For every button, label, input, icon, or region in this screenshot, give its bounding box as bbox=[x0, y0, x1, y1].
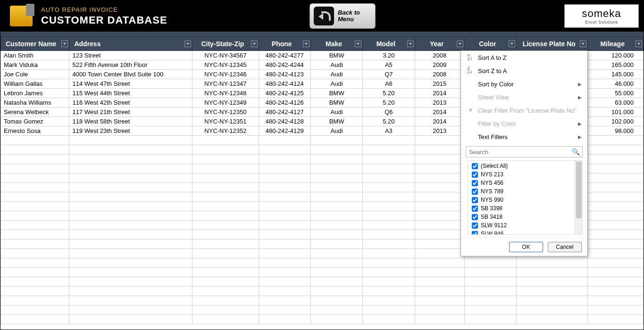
table-cell: 119 West 23th Street bbox=[69, 126, 192, 136]
col-header: City-State-Zip bbox=[192, 37, 259, 51]
table-cell: 5.20 bbox=[363, 89, 415, 98]
table-row-empty bbox=[1, 268, 644, 277]
filter-item-label: SB 3398 bbox=[481, 205, 502, 212]
table-cell: 102.000 bbox=[587, 117, 643, 126]
filter-checkbox[interactable] bbox=[472, 172, 478, 178]
column-filter-button[interactable] bbox=[457, 41, 463, 47]
brand-name: someka bbox=[582, 8, 621, 20]
column-filter-button[interactable] bbox=[184, 41, 191, 47]
table-cell: 114 West 47th Street bbox=[69, 79, 192, 89]
table-cell: NYC-NY-12349 bbox=[192, 98, 259, 107]
filter-ok-button[interactable]: OK bbox=[509, 242, 543, 252]
table-cell: 116 West 42th Street bbox=[69, 98, 192, 107]
table-cell: BMW bbox=[310, 89, 362, 98]
column-filter-button[interactable] bbox=[251, 41, 258, 47]
filter-checkbox-item[interactable]: NYS 213 bbox=[468, 170, 582, 179]
column-filter-button[interactable] bbox=[303, 41, 309, 47]
filter-item-label: NYS 789 bbox=[481, 188, 503, 195]
col-header: Model bbox=[363, 37, 415, 51]
table-cell: 480-242-4129 bbox=[259, 126, 310, 136]
sort-desc-icon: ZA↓ bbox=[466, 67, 474, 74]
col-header-label: Mileage bbox=[601, 40, 625, 48]
submenu-arrow-icon: ▶ bbox=[578, 95, 582, 100]
table-cell: Q7 bbox=[363, 70, 415, 79]
col-header: Year bbox=[415, 37, 464, 51]
table-cell: 120.000 bbox=[587, 51, 643, 60]
table-cell: NYC-NY-12351 bbox=[192, 117, 259, 126]
filter-checkbox[interactable] bbox=[472, 197, 478, 203]
table-cell: 46.000 bbox=[587, 79, 643, 89]
col-header-label: Phone bbox=[272, 40, 292, 48]
table-cell: 480-242-4127 bbox=[259, 107, 310, 117]
table-cell: Serena Welbeck bbox=[1, 107, 69, 117]
col-header: Phone bbox=[259, 37, 310, 51]
sort-z-to-a[interactable]: ZA↓ Sort Z to A bbox=[461, 64, 587, 77]
app-logo-icon bbox=[10, 6, 33, 26]
col-header: Customer Name bbox=[1, 37, 69, 51]
column-filter-button[interactable] bbox=[580, 41, 586, 47]
filter-checkbox-item[interactable]: NYS 456 bbox=[468, 179, 582, 187]
app-header: AUTO REPAIR INVOICE CUSTOMER DATABASE Ba… bbox=[0, 0, 644, 32]
col-header-label: Color bbox=[479, 40, 496, 48]
filter-checkbox-item[interactable]: SB 3418 bbox=[468, 213, 582, 221]
filter-checkbox-item[interactable]: NYS 990 bbox=[468, 196, 582, 204]
filter-checkbox[interactable] bbox=[472, 189, 478, 195]
search-icon: 🔍 bbox=[572, 148, 580, 156]
table-cell: A3 bbox=[363, 126, 415, 136]
sort-a-to-z[interactable]: AZ↓ Sort A to Z bbox=[461, 51, 587, 64]
table-row-empty bbox=[1, 258, 644, 268]
table-cell: 2013 bbox=[415, 98, 464, 107]
filter-checkbox-item[interactable]: SLW 9112 bbox=[468, 221, 582, 230]
sort-by-color[interactable]: Sort by Color ▶ bbox=[461, 77, 587, 91]
table-row-empty bbox=[1, 296, 644, 305]
col-header-label: License Plate No bbox=[523, 40, 576, 48]
column-filter-button[interactable] bbox=[407, 41, 414, 47]
table-cell: 5.20 bbox=[363, 117, 415, 126]
table-cell: 4000 Town Center Blvd Suite 100 bbox=[69, 70, 192, 79]
header-divider bbox=[0, 32, 644, 36]
table-cell: 2013 bbox=[415, 126, 464, 136]
table-cell: Q6 bbox=[363, 107, 415, 117]
col-header-label: Make bbox=[326, 40, 342, 48]
col-header: Make bbox=[310, 37, 362, 51]
filter-list-scrollbar[interactable] bbox=[575, 161, 582, 234]
table-cell: A5 bbox=[363, 60, 415, 70]
table-cell: 2009 bbox=[415, 60, 464, 70]
filter-item-label: SB 3418 bbox=[481, 214, 502, 220]
column-filter-button[interactable] bbox=[509, 41, 515, 47]
table-cell: 2015 bbox=[415, 79, 464, 89]
filter-checkbox-item[interactable]: NYS 789 bbox=[468, 187, 582, 196]
filter-checkbox-item[interactable]: (Select All) bbox=[468, 162, 582, 170]
table-cell: 480-242-4244 bbox=[259, 60, 310, 70]
filter-checkbox[interactable] bbox=[472, 223, 478, 229]
column-filter-button[interactable] bbox=[61, 41, 68, 47]
filter-checkbox[interactable] bbox=[472, 180, 478, 186]
filter-cancel-button[interactable]: Cancel bbox=[548, 242, 582, 252]
filter-checkbox[interactable] bbox=[472, 231, 478, 235]
filter-search-input[interactable] bbox=[466, 146, 583, 157]
sheet-view-label: Sheet View bbox=[478, 94, 509, 101]
header-title: CUSTOMER DATABASE bbox=[41, 14, 167, 26]
filter-checkbox[interactable] bbox=[472, 206, 478, 212]
filter-item-label: NYS 456 bbox=[481, 180, 503, 186]
table-cell: 480-242-4128 bbox=[259, 117, 310, 126]
back-to-menu-button[interactable]: Back to Menu bbox=[309, 3, 376, 29]
col-header: Mileage bbox=[587, 37, 643, 51]
filter-checkbox-item[interactable]: SB 3398 bbox=[468, 204, 582, 213]
filter-checkbox[interactable] bbox=[472, 214, 478, 220]
column-filter-button[interactable] bbox=[636, 41, 642, 47]
table-cell: 2014 bbox=[415, 89, 464, 98]
table-row-empty bbox=[1, 305, 644, 315]
filter-value-list: (Select All)NYS 213NYS 456NYS 789NYS 990… bbox=[468, 160, 583, 235]
table-cell: Ernesto Sosa bbox=[1, 126, 69, 136]
filter-checkbox[interactable] bbox=[472, 163, 478, 169]
table-cell: 55.000 bbox=[587, 89, 643, 98]
table-cell: NYC-NY-12345 bbox=[192, 60, 259, 70]
table-cell: NYC-NY-12346 bbox=[192, 70, 259, 79]
text-filters[interactable]: Text Filters ▶ bbox=[461, 130, 587, 143]
table-cell: 145.000 bbox=[587, 70, 643, 79]
column-filter-button[interactable] bbox=[355, 41, 361, 47]
filter-checkbox-item[interactable]: SLW 946 bbox=[468, 230, 582, 235]
col-header-label: Year bbox=[430, 40, 444, 48]
back-arrow-icon bbox=[314, 7, 334, 25]
